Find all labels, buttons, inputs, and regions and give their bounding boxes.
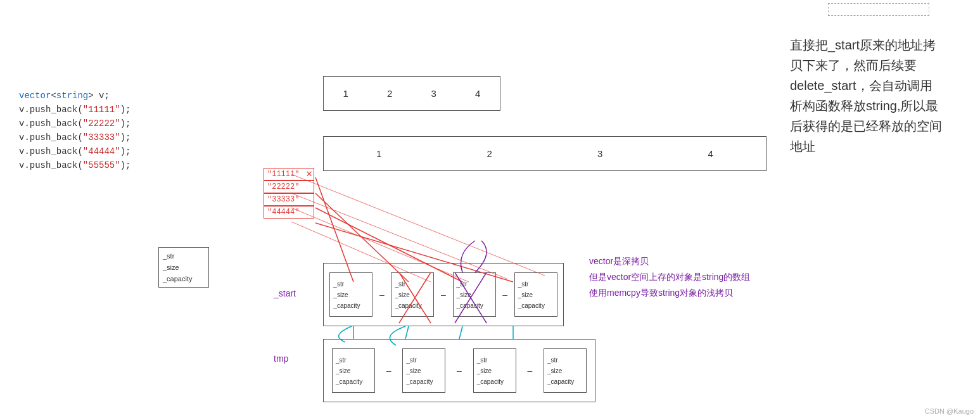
- tc3-str: _str: [477, 355, 488, 366]
- sc3-cap: _capacity: [457, 300, 483, 311]
- cell-1-3: 3: [431, 88, 436, 99]
- tmp-cell-1: _str _size _capacity: [332, 348, 375, 393]
- dashed-box: [828, 3, 929, 16]
- code-line-4: v.push_back("33333");: [19, 130, 130, 144]
- string-box-4: "44444": [264, 206, 314, 219]
- svg-line-9: [405, 326, 409, 339]
- tc2-str: _str: [406, 355, 417, 366]
- dash-1: –: [379, 290, 385, 300]
- purple-line-1: vector是深拷贝: [589, 253, 750, 269]
- purple-annotation: vector是深拷贝 但是vector空间上存的对象是string的数组 使用m…: [589, 253, 750, 302]
- cell-1-1: 1: [343, 88, 348, 99]
- sc2-str: _str: [395, 279, 405, 290]
- code-line-5: v.push_back("44444");: [19, 144, 130, 158]
- start-cell-1: _str _size _capacity: [329, 272, 372, 317]
- sc1-cap: _capacity: [333, 300, 360, 311]
- cell-1-4: 4: [475, 88, 480, 99]
- tc3-size: _size: [477, 366, 492, 376]
- tc1-size: _size: [336, 366, 350, 376]
- sc2-cap: _capacity: [395, 300, 421, 311]
- purple-line-3: 使用memcpy导致string对象的浅拷贝: [589, 285, 750, 301]
- code-line-6: v.push_back("55555");: [19, 158, 130, 172]
- tmp-cell-3: _str _size _capacity: [473, 348, 516, 393]
- field-str: _str: [163, 250, 205, 262]
- code-line-2: v.push_back("11111");: [19, 103, 130, 117]
- code-block: vector<string> v; v.push_back("11111"); …: [19, 89, 130, 172]
- sc2-size: _size: [395, 290, 409, 300]
- sc4-size: _size: [518, 290, 533, 300]
- code-line-3: v.push_back("22222");: [19, 117, 130, 130]
- start-cell-3: _str _size _capacity: [453, 272, 496, 317]
- tc2-cap: _capacity: [406, 376, 433, 387]
- top-box-1: 1 2 3 4: [323, 76, 500, 111]
- cell-1-2: 2: [387, 88, 392, 99]
- tmp-cell-2: _str _size _capacity: [402, 348, 445, 393]
- cell-2-3: 3: [597, 148, 602, 159]
- cell-2-2: 2: [487, 148, 492, 159]
- sc3-str: _str: [457, 279, 468, 290]
- tc4-str: _str: [547, 355, 558, 366]
- tdash-2: –: [457, 366, 462, 376]
- sc4-str: _str: [518, 279, 529, 290]
- cell-2-1: 1: [376, 148, 381, 159]
- dash-3: –: [502, 290, 507, 300]
- purple-line-2: 但是vector空间上存的对象是string的数组: [589, 269, 750, 285]
- start-label: _start: [274, 288, 296, 298]
- tc1-str: _str: [336, 355, 347, 366]
- watermark: CSDN @Kaugo: [925, 407, 974, 415]
- field-capacity: _capacity: [163, 273, 205, 284]
- annotation-text: 直接把_start原来的地址拷贝下来了，然而后续要delete_start，会自…: [790, 35, 942, 156]
- tmp-label: tmp: [274, 353, 288, 364]
- tc3-cap: _capacity: [477, 376, 504, 387]
- sc3-size: _size: [457, 290, 471, 300]
- vector-container-tmp: _str _size _capacity – _str _size _capac…: [323, 339, 595, 402]
- svg-line-12: [291, 174, 545, 276]
- start-cell-2: _str _size _capacity: [391, 272, 434, 317]
- vector-container-start: _str _size _capacity – _str _size _capac…: [323, 263, 564, 326]
- sc4-cap: _capacity: [518, 300, 545, 311]
- sc1-size: _size: [333, 290, 348, 300]
- dash-2: –: [441, 290, 446, 300]
- tc4-size: _size: [547, 366, 562, 376]
- svg-line-10: [459, 326, 462, 339]
- string-box-1: ✕ "11111": [264, 168, 314, 181]
- vector-struct-small: _str _size _capacity: [158, 247, 209, 288]
- string-box-3: "33333": [264, 193, 314, 206]
- sc1-str: _str: [333, 279, 344, 290]
- tdash-3: –: [527, 366, 532, 376]
- code-line-1: vector<string> v;: [19, 89, 130, 103]
- tc4-cap: _capacity: [547, 376, 574, 387]
- cell-2-4: 4: [708, 148, 713, 159]
- tmp-cell-4: _str _size _capacity: [544, 348, 587, 393]
- field-size: _size: [163, 262, 205, 273]
- string-box-2: "22222": [264, 181, 314, 193]
- tc1-cap: _capacity: [336, 376, 362, 387]
- tdash-1: –: [386, 366, 391, 376]
- top-box-2: 1 2 3 4: [323, 136, 767, 171]
- tc2-size: _size: [406, 366, 421, 376]
- string-boxes-area: ✕ "11111" "22222" "33333" "44444": [264, 168, 314, 219]
- start-cell-4: _str _size _capacity: [514, 272, 557, 317]
